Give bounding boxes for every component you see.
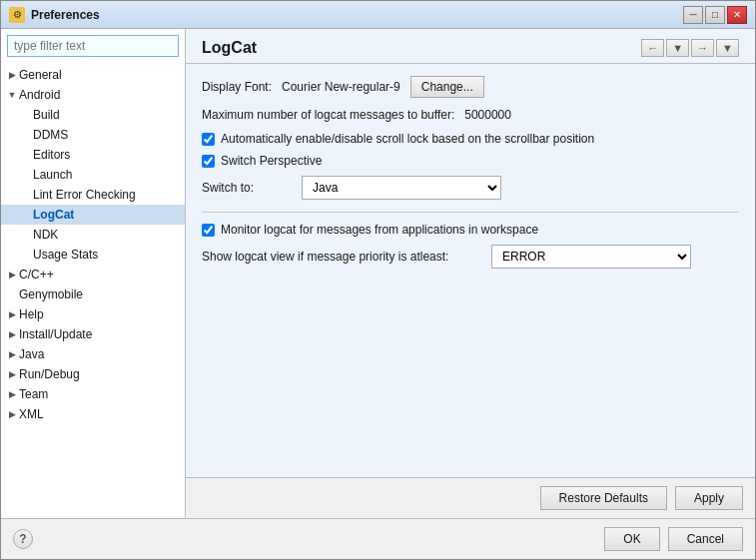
- tree-label-usage: Usage Stats: [33, 248, 98, 262]
- arrow-rundebug: ▶: [5, 367, 19, 381]
- switch-to-select[interactable]: Java Android Debug: [302, 176, 501, 200]
- switch-to-row: Switch to: Java Android Debug: [202, 176, 739, 200]
- right-panel: LogCat ← ▼ → ▼ Display Font: Courier New…: [186, 29, 755, 518]
- switch-perspective-row: Switch Perspective: [202, 154, 739, 168]
- dialog-footer: ? OK Cancel: [1, 518, 755, 559]
- tree-item-rundebug[interactable]: ▶ Run/Debug: [1, 364, 185, 384]
- show-logcat-row: Show logcat view if message priority is …: [202, 245, 739, 269]
- tree-label-launch: Launch: [33, 168, 72, 182]
- show-logcat-select[interactable]: VERBOSE DEBUG INFO WARN ERROR ASSERT: [491, 245, 691, 269]
- help-icon[interactable]: ?: [13, 529, 33, 549]
- tree-label-xml: XML: [19, 407, 44, 421]
- tree-label-lint: Lint Error Checking: [33, 188, 136, 202]
- tree-label-geny: Genymobile: [19, 287, 83, 301]
- max-messages-row: Maximum number of logcat messages to buf…: [202, 108, 739, 122]
- right-actions-bar: Restore Defaults Apply: [186, 477, 755, 518]
- footer-buttons: OK Cancel: [604, 527, 743, 551]
- ok-button[interactable]: OK: [604, 527, 659, 551]
- tree-item-editors[interactable]: Editors: [1, 145, 185, 165]
- tree-item-usage[interactable]: Usage Stats: [1, 245, 185, 265]
- nav-dropdown-button[interactable]: ▼: [666, 39, 689, 57]
- arrow-android: ▼: [5, 88, 19, 102]
- tree-label-java: Java: [19, 347, 44, 361]
- tree-item-launch[interactable]: Launch: [1, 165, 185, 185]
- max-messages-label: Maximum number of logcat messages to buf…: [202, 108, 454, 122]
- tree-label-team: Team: [19, 387, 48, 401]
- apply-button[interactable]: Apply: [675, 486, 743, 510]
- tree-item-java[interactable]: ▶ Java: [1, 344, 185, 364]
- tree-label-install: Install/Update: [19, 327, 92, 341]
- main-content: ▶ General ▼ Android Build: [1, 29, 755, 518]
- tree-item-build[interactable]: Build: [1, 105, 185, 125]
- auto-scroll-row: Automatically enable/disable scroll lock…: [202, 132, 739, 146]
- arrow-install: ▶: [5, 327, 19, 341]
- tree-item-team[interactable]: ▶ Team: [1, 384, 185, 404]
- switch-perspective-label: Switch Perspective: [221, 154, 322, 168]
- arrow-xml: ▶: [5, 407, 19, 421]
- arrow-help: ▶: [5, 307, 19, 321]
- display-font-row: Display Font: Courier New-regular-9 Chan…: [202, 76, 739, 98]
- restore-defaults-button[interactable]: Restore Defaults: [540, 486, 667, 510]
- monitor-row: Monitor logcat for messages from applica…: [202, 223, 739, 237]
- arrow-general: ▶: [5, 68, 19, 82]
- close-button[interactable]: ✕: [727, 6, 747, 24]
- tree-label-android: Android: [19, 88, 60, 102]
- nav-buttons: ← ▼ → ▼: [641, 39, 739, 57]
- tree-label-editors: Editors: [33, 148, 70, 162]
- forward-button[interactable]: →: [691, 39, 714, 57]
- right-body: Display Font: Courier New-regular-9 Chan…: [186, 64, 755, 477]
- tree-label-general: General: [19, 68, 62, 82]
- tree-item-logcat[interactable]: LogCat: [1, 205, 185, 225]
- window-controls: ─ □ ✕: [683, 6, 747, 24]
- filter-input[interactable]: [7, 35, 179, 57]
- display-font-value: Courier New-regular-9: [282, 80, 400, 94]
- tree-container: ▶ General ▼ Android Build: [1, 63, 185, 518]
- right-header: LogCat ← ▼ → ▼: [186, 29, 755, 64]
- monitor-checkbox[interactable]: [202, 224, 215, 237]
- nav-dropdown2-button[interactable]: ▼: [716, 39, 739, 57]
- change-font-button[interactable]: Change...: [410, 76, 484, 98]
- show-logcat-label: Show logcat view if message priority is …: [202, 250, 481, 264]
- auto-scroll-label: Automatically enable/disable scroll lock…: [221, 132, 594, 146]
- display-font-label: Display Font:: [202, 80, 272, 94]
- tree-item-lint[interactable]: Lint Error Checking: [1, 185, 185, 205]
- tree-label-build: Build: [33, 108, 60, 122]
- preferences-dialog: ⚙ Preferences ─ □ ✕ ▶ General: [0, 0, 756, 560]
- back-button[interactable]: ←: [641, 39, 664, 57]
- tree-label-ddms: DDMS: [33, 128, 68, 142]
- content-title: LogCat: [202, 39, 257, 57]
- arrow-cpp: ▶: [5, 268, 19, 281]
- app-icon: ⚙: [9, 7, 25, 23]
- arrow-team: ▶: [5, 387, 19, 401]
- monitor-label: Monitor logcat for messages from applica…: [221, 223, 538, 237]
- left-panel: ▶ General ▼ Android Build: [1, 29, 186, 518]
- switch-perspective-checkbox[interactable]: [202, 155, 215, 168]
- tree-label-ndk: NDK: [33, 228, 58, 242]
- window-title: Preferences: [31, 8, 683, 22]
- max-messages-value: 5000000: [464, 108, 511, 122]
- title-bar: ⚙ Preferences ─ □ ✕: [1, 1, 755, 29]
- tree-label-cpp: C/C++: [19, 268, 54, 281]
- tree-item-cpp[interactable]: ▶ C/C++: [1, 265, 185, 284]
- tree-label-help: Help: [19, 307, 44, 321]
- minimize-button[interactable]: ─: [683, 6, 703, 24]
- tree-item-android[interactable]: ▼ Android: [1, 85, 185, 105]
- tree-item-geny[interactable]: ▶ Genymobile: [1, 284, 185, 304]
- tree-label-logcat: LogCat: [33, 208, 74, 222]
- separator1: [202, 212, 739, 213]
- auto-scroll-checkbox[interactable]: [202, 133, 215, 146]
- tree-item-ndk[interactable]: NDK: [1, 225, 185, 245]
- tree-item-help[interactable]: ▶ Help: [1, 304, 185, 324]
- tree-item-ddms[interactable]: DDMS: [1, 125, 185, 145]
- switch-to-label: Switch to:: [202, 181, 292, 195]
- tree-item-install[interactable]: ▶ Install/Update: [1, 324, 185, 344]
- tree-item-xml[interactable]: ▶ XML: [1, 404, 185, 424]
- tree-item-general[interactable]: ▶ General: [1, 65, 185, 85]
- tree-label-rundebug: Run/Debug: [19, 367, 80, 381]
- maximize-button[interactable]: □: [705, 6, 725, 24]
- arrow-java: ▶: [5, 347, 19, 361]
- cancel-button[interactable]: Cancel: [668, 527, 743, 551]
